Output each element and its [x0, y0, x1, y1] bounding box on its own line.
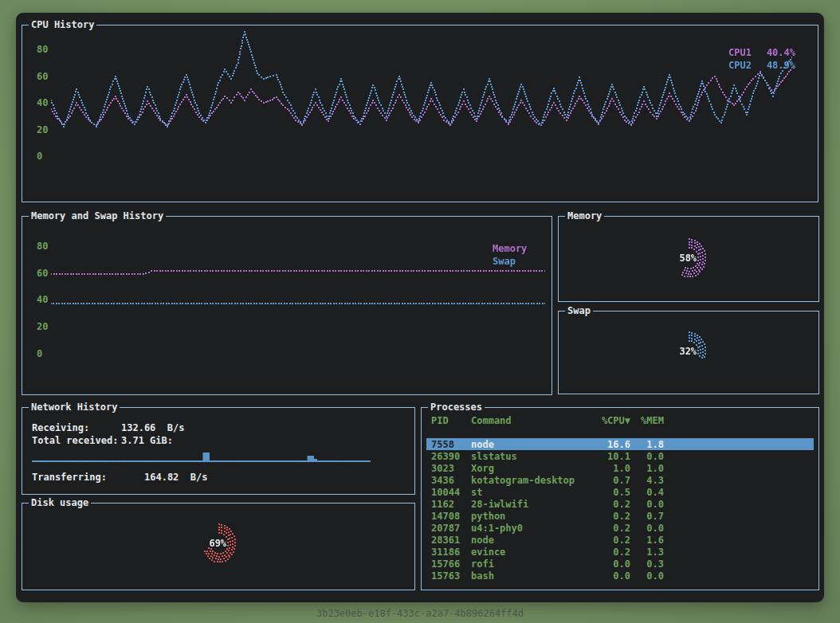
process-command: st: [471, 487, 591, 498]
network-total-row: Total received: 3.71 GiB:: [32, 435, 173, 446]
swap-gauge-panel: Swap 32%: [558, 311, 819, 394]
total-received-label: Total received:: [32, 435, 121, 446]
process-pid: 10044: [431, 487, 471, 498]
process-cpu: 0.2: [591, 523, 630, 534]
cpu2-legend-entry: CPU2 48.9%: [728, 59, 795, 72]
cpu1-legend-entry: CPU1 40.4%: [728, 46, 795, 59]
disk-gauge: 69%: [175, 503, 263, 583]
receiving-value: 132.66 B/s: [121, 422, 184, 433]
receiving-label: Receiving:: [32, 422, 121, 433]
memory-gauge-value: 58%: [679, 253, 697, 264]
transferring-value: 164.82 B/s: [144, 472, 207, 483]
process-command: evince: [471, 547, 591, 558]
process-cpu: 0.0: [591, 570, 630, 582]
process-cpu: 0.2: [591, 511, 630, 522]
cpu-ytick-0: 0: [37, 151, 42, 162]
processes-panel: Processes PID Command %CPU▼ %MEM 7558nod…: [421, 407, 819, 590]
column-header-command[interactable]: Command: [471, 415, 591, 426]
cpu-legend: CPU1 40.4% CPU2 48.9%: [728, 46, 795, 72]
process-row[interactable]: 20787u4:1-phy00.20.0: [426, 522, 814, 534]
process-cpu: 0.5: [591, 487, 630, 498]
process-mem: 0.4: [630, 487, 664, 498]
process-row[interactable]: 3023Xorg1.01.0: [426, 462, 814, 474]
memswap-legend: Memory Swap: [493, 242, 527, 268]
swap-gauge-value: 32%: [679, 346, 697, 357]
process-command: u4:1-phy0: [471, 523, 591, 534]
process-cpu: 10.1: [591, 451, 630, 462]
disk-usage-panel: Disk usage 69%: [22, 503, 415, 590]
desktop: { "desktop": { "footer_id": "3b23e0eb-e1…: [0, 0, 840, 623]
process-pid: 7558: [431, 439, 471, 450]
memswap-ytick-80: 80: [37, 241, 48, 252]
process-pid: 15763: [431, 570, 471, 582]
disk-gauge-value: 69%: [209, 538, 226, 549]
swap-gauge: 32%: [646, 312, 733, 391]
process-table-header: PID Command %CPU▼ %MEM: [426, 414, 814, 426]
memswap-ytick-40: 40: [37, 294, 48, 305]
column-header-mem[interactable]: %MEM: [630, 415, 664, 426]
process-mem: 1.3: [630, 547, 664, 558]
memory-legend-label: Memory: [493, 242, 527, 255]
process-row[interactable]: 14708python0.20.7: [426, 510, 814, 522]
process-pid: 14708: [431, 511, 471, 522]
cpu-ytick-40: 40: [37, 97, 48, 108]
process-cpu: 0.2: [591, 499, 630, 510]
process-row[interactable]: 28361node0.21.6: [426, 534, 814, 546]
process-row[interactable]: 116228-iwlwifi0.20.0: [426, 498, 814, 510]
cpu-ytick-60: 60: [37, 71, 48, 82]
disk-panel-title: Disk usage: [29, 497, 91, 508]
cpu-ytick-80: 80: [37, 44, 48, 55]
process-cpu: 0.2: [591, 535, 630, 546]
cpu-history-graph: [51, 29, 792, 166]
total-received-value: 3.71 GiB:: [121, 435, 173, 446]
process-list: 7558node16.61.826390slstatus10.10.03023X…: [422, 438, 818, 582]
column-header-cpu[interactable]: %CPU▼: [591, 415, 630, 426]
process-row[interactable]: 26390slstatus10.10.0: [426, 450, 814, 462]
process-row[interactable]: 31186evince0.21.3: [426, 546, 814, 558]
process-pid: 26390: [431, 451, 471, 462]
cpu2-legend-label: CPU2: [728, 59, 752, 72]
process-cpu: 0.2: [591, 547, 630, 558]
processes-panel-title: Processes: [428, 402, 485, 413]
memory-gauge: 58%: [646, 218, 733, 298]
cpu1-legend-label: CPU1: [728, 46, 752, 59]
process-cpu: 0.7: [591, 475, 630, 486]
process-command: bash: [471, 570, 591, 582]
column-header-pid[interactable]: PID: [431, 415, 471, 426]
swap-panel-title: Swap: [565, 305, 593, 316]
process-command: python: [471, 511, 591, 522]
process-mem: 0.0: [630, 451, 664, 462]
process-cpu: 1.0: [591, 463, 630, 474]
process-row[interactable]: 15763bash0.00.0: [426, 570, 814, 582]
process-cpu: 16.6: [591, 439, 630, 450]
cpu-history-panel: CPU History 80 60 40 20 0 CPU1 40.4% CPU…: [22, 25, 818, 202]
process-mem: 0.3: [630, 558, 664, 570]
network-sparkline: [32, 449, 371, 462]
process-row[interactable]: 3436kotatogram-desktop0.74.3: [426, 474, 814, 486]
process-command: Xorg: [471, 463, 591, 474]
process-row[interactable]: 15766rofi0.00.3: [426, 558, 814, 570]
process-mem: 4.3: [630, 475, 664, 486]
cpu2-legend-value: 48.9%: [767, 59, 795, 72]
process-command: rofi: [471, 558, 591, 570]
process-pid: 1162: [431, 499, 471, 510]
transferring-label: Transferring:: [32, 472, 144, 483]
memory-panel-title: Memory: [565, 210, 604, 221]
process-row[interactable]: 10044st0.50.4: [426, 486, 814, 498]
process-pid: 20787: [431, 523, 471, 534]
network-receiving-row: Receiving: 132.66 B/s: [32, 422, 184, 433]
memswap-ytick-20: 20: [37, 321, 48, 332]
memswap-history-graph: [51, 217, 545, 376]
terminal-window: CPU History 80 60 40 20 0 CPU1 40.4% CPU…: [16, 13, 824, 602]
process-command: node: [471, 535, 591, 546]
process-mem: 0.7: [630, 511, 664, 522]
process-row[interactable]: 7558node16.61.8: [426, 438, 814, 450]
process-command: 28-iwlwifi: [471, 499, 591, 510]
swap-legend-label: Swap: [493, 255, 527, 268]
process-pid: 3023: [431, 463, 471, 474]
process-cpu: 0.0: [591, 558, 630, 570]
memswap-ytick-0: 0: [37, 348, 42, 359]
network-history-panel: Network History Receiving: 132.66 B/s To…: [22, 407, 415, 495]
network-panel-title: Network History: [29, 402, 120, 413]
process-command: kotatogram-desktop: [471, 475, 591, 486]
